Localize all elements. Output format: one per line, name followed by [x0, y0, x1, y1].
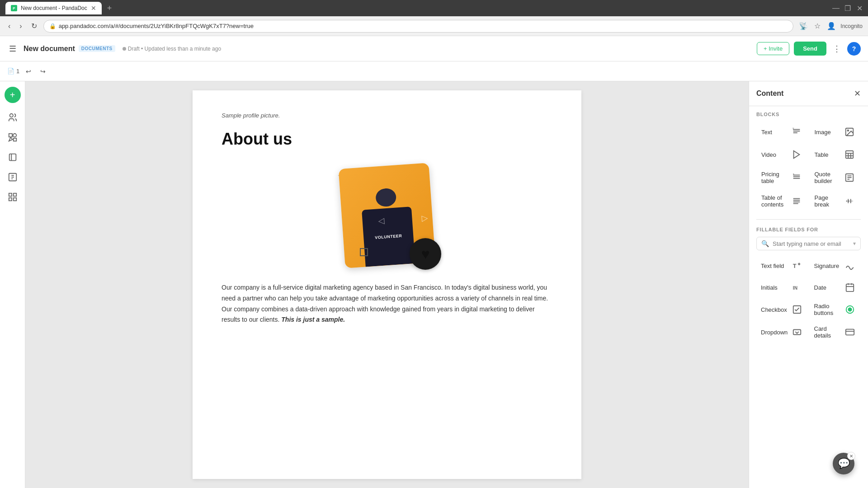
forward-button[interactable]: ›: [17, 20, 24, 32]
incognito-label: Incognito: [840, 23, 863, 29]
browser-toolbar: ‹ › ↻ 🔒 app.pandadoc.com/a/#/documents/2…: [0, 16, 868, 36]
block-item-quote-builder[interactable]: Quote builder: [810, 167, 861, 188]
block-item-toc[interactable]: Table of contents: [756, 190, 808, 212]
cast-button[interactable]: 📡: [797, 20, 810, 32]
sidebar-people-button[interactable]: [4, 108, 22, 127]
text-field-icon: T: [791, 259, 803, 272]
menu-button[interactable]: ☰: [7, 42, 18, 56]
block-item-table[interactable]: Table: [810, 144, 861, 165]
quote-builder-block-icon: [843, 171, 856, 184]
field-label-checkbox: Checkbox: [761, 306, 787, 313]
image-container: ✦ 〜 VOLUNTEER ▷: [324, 161, 450, 270]
svg-rect-5: [9, 154, 16, 161]
header-right: + Invite Send ⋮ ?: [757, 42, 861, 56]
sidebar-shapes-button[interactable]: [4, 128, 22, 146]
panel-title: Content: [756, 89, 783, 98]
svg-point-53: [848, 308, 851, 311]
doc-page: Sample profile picture. About us ✦ 〜: [193, 90, 581, 479]
doc-area: Sample profile picture. About us ✦ 〜: [25, 81, 749, 488]
new-tab-button[interactable]: +: [107, 4, 112, 13]
page-indicator: 📄 1: [7, 68, 19, 75]
field-label-initials: Initials: [761, 284, 778, 291]
field-label-dropdown: Dropdown: [761, 329, 788, 336]
card-details-field-icon: [844, 326, 856, 338]
more-options-button[interactable]: ⋮: [831, 42, 843, 56]
text-block-icon: T: [790, 126, 803, 138]
app-toolbar: 📄 1 ↩ ↪: [0, 61, 868, 81]
help-button[interactable]: ?: [847, 42, 861, 56]
block-item-video[interactable]: Video: [756, 144, 808, 165]
play-deco: ◁: [378, 216, 385, 226]
field-label-date: Date: [814, 284, 826, 291]
field-item-checkbox[interactable]: Checkbox: [756, 299, 808, 320]
fillable-label: FILLABLE FIELDS FOR: [756, 227, 861, 232]
panel-close-button[interactable]: ✕: [854, 89, 861, 99]
doc-image-area: ✦ 〜 VOLUNTEER ▷: [222, 161, 552, 270]
redo-button[interactable]: ↪: [38, 66, 48, 77]
people-icon: [8, 113, 18, 122]
initials-field-icon: IN: [791, 281, 803, 294]
doc-body-text: Our company is a full-service digital ma…: [222, 282, 552, 325]
block-item-page-break[interactable]: Page break: [810, 190, 861, 212]
address-bar[interactable]: 🔒 app.pandadoc.com/a/#/documents/2UzYiBK…: [43, 20, 794, 33]
field-item-dropdown[interactable]: Dropdown: [756, 322, 808, 343]
tab-close-button[interactable]: ✕: [91, 5, 96, 12]
browser-chrome: P New document - PandaDoc ✕ + — ❐ ✕ ‹ › …: [0, 0, 868, 36]
shapes-icon: [8, 132, 18, 142]
search-dropdown-arrow[interactable]: ▾: [853, 240, 856, 247]
block-label-text: Text: [761, 129, 772, 136]
block-item-text[interactable]: Text T: [756, 122, 808, 142]
chat-close-button[interactable]: ✕: [847, 452, 855, 460]
right-panel: Content ✕ BLOCKS Text T Image: [749, 81, 868, 488]
block-item-pricing-table[interactable]: Pricing table $: [756, 167, 808, 188]
svg-rect-47: [846, 284, 854, 292]
radio-buttons-field-icon: [844, 303, 856, 316]
close-button[interactable]: ✕: [856, 5, 863, 11]
status-text: Draft • Updated less than a minute ago: [128, 46, 221, 52]
sidebar-grid-button[interactable]: [4, 188, 22, 206]
sidebar-form-button[interactable]: [4, 168, 22, 186]
field-label-card-details: Card details: [814, 325, 844, 339]
minimize-button[interactable]: —: [833, 5, 839, 11]
field-item-signature[interactable]: Signature: [810, 256, 861, 276]
app: ☰ New document DOCUMENTS Draft • Updated…: [0, 36, 868, 488]
field-item-text-field[interactable]: Text field T: [756, 256, 808, 276]
search-box[interactable]: 🔍 ▾: [756, 237, 861, 250]
chat-widget: 💬 ✕: [833, 453, 854, 474]
page-number: 1: [16, 68, 19, 75]
profile-button[interactable]: 👤: [825, 20, 838, 32]
back-button[interactable]: ‹: [5, 20, 13, 32]
send-button[interactable]: Send: [794, 42, 826, 56]
field-label-text-field: Text field: [761, 263, 784, 269]
add-content-button[interactable]: +: [5, 87, 21, 103]
block-item-image[interactable]: Image: [810, 122, 861, 142]
form-icon: [8, 172, 18, 182]
browser-tab[interactable]: P New document - PandaDoc ✕: [5, 2, 102, 14]
left-sidebar: +: [0, 81, 25, 488]
refresh-button[interactable]: ↻: [28, 20, 40, 32]
person-body: VOLUNTEER: [362, 207, 415, 267]
field-label-signature: Signature: [814, 263, 840, 269]
image-block-icon: [843, 126, 856, 138]
maximize-button[interactable]: ❐: [844, 5, 851, 11]
search-input[interactable]: [773, 240, 849, 247]
invite-button[interactable]: + Invite: [757, 42, 789, 55]
app-header: ☰ New document DOCUMENTS Draft • Updated…: [0, 36, 868, 61]
field-item-initials[interactable]: Initials IN: [756, 277, 808, 297]
field-item-date[interactable]: Date: [810, 277, 861, 297]
undo-button[interactable]: ↩: [23, 66, 34, 77]
blocks-label: BLOCKS: [756, 112, 861, 117]
block-label-pricing-table: Pricing table: [761, 171, 790, 184]
blocks-grid: Text T Image Video: [756, 122, 861, 212]
bookmark-button[interactable]: ☆: [812, 20, 822, 32]
sidebar-bracket-button[interactable]: [4, 148, 22, 166]
search-icon: 🔍: [761, 240, 769, 247]
field-item-card-details[interactable]: Card details: [810, 322, 861, 343]
doc-heading[interactable]: About us: [222, 130, 552, 149]
arrow-deco: ▷: [421, 213, 429, 223]
svg-rect-55: [846, 329, 854, 335]
panel-header: Content ✕: [749, 81, 868, 106]
field-item-radio-buttons[interactable]: Radio buttons: [810, 299, 861, 320]
app-body: +: [0, 81, 868, 488]
divider: [756, 219, 861, 220]
